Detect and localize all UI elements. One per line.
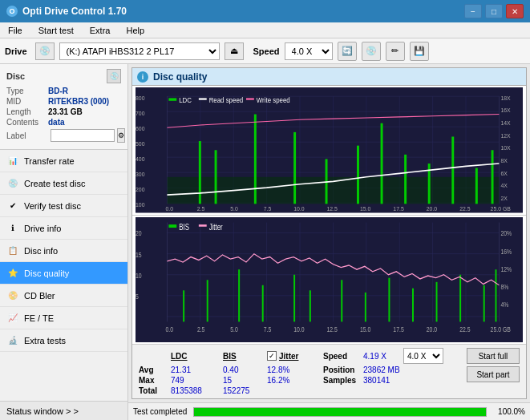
drive-icon-btn[interactable]: 💿 xyxy=(35,42,55,60)
eject-button[interactable]: ⏏ xyxy=(225,42,244,60)
total-bis: 152275 xyxy=(223,386,267,395)
sidebar-item-fe-te[interactable]: 📈 FE / TE xyxy=(0,307,127,329)
svg-text:Write speed: Write speed xyxy=(257,96,290,105)
samples-label: Samples xyxy=(323,376,363,385)
content-area: i Disc quality xyxy=(128,64,530,420)
svg-text:100: 100 xyxy=(136,200,144,208)
sidebar: Disc 💿 Type BD-R MID RITEKBR3 (000) Leng… xyxy=(0,64,128,420)
sidebar-item-label-fe-te: FE / TE xyxy=(24,313,54,323)
label-label: Label xyxy=(6,131,48,140)
svg-text:15.0: 15.0 xyxy=(360,205,370,213)
total-row-label: Total xyxy=(139,386,171,395)
sidebar-item-label-extra-tests: Extra tests xyxy=(24,336,66,345)
svg-text:15.0: 15.0 xyxy=(360,325,371,333)
avg-row-label: Avg xyxy=(139,365,171,374)
menu-start-test[interactable]: Start test xyxy=(35,24,77,37)
disc-panel-title: Disc xyxy=(6,71,25,81)
main-layout: Disc 💿 Type BD-R MID RITEKBR3 (000) Leng… xyxy=(0,64,530,420)
edit-button[interactable]: ✏ xyxy=(386,42,405,61)
app-title: Opti Drive Control 1.70 xyxy=(22,6,127,17)
svg-text:12%: 12% xyxy=(500,265,512,273)
speed-dropdown[interactable]: 4.0 X xyxy=(403,348,443,364)
start-full-button[interactable]: Start full xyxy=(467,348,520,364)
svg-text:25.0 GB: 25.0 GB xyxy=(491,205,511,213)
svg-text:25.0 GB: 25.0 GB xyxy=(491,325,511,333)
sidebar-item-disc-info[interactable]: 📋 Disc info xyxy=(0,240,127,262)
menu-extra[interactable]: Extra xyxy=(87,24,114,37)
menu-help[interactable]: Help xyxy=(123,24,148,37)
chart1-svg: LDC Read speed Write speed 800 700 600 5… xyxy=(136,87,523,213)
progress-label: Test completed xyxy=(133,407,187,416)
cd-bler-icon: 📀 xyxy=(6,289,19,302)
bis-col-header: BIS xyxy=(223,352,267,361)
max-jitter: 16.2% xyxy=(267,376,323,385)
svg-rect-93 xyxy=(412,288,414,321)
svg-text:800: 800 xyxy=(136,94,144,102)
speed-label: Speed xyxy=(253,46,280,56)
quality-header-icon: i xyxy=(137,71,148,83)
drive-select[interactable]: (K:) ATAPI iHBS312 2 PL17 xyxy=(59,42,220,60)
sidebar-item-label-disc-quality: Disc quality xyxy=(24,269,69,278)
svg-rect-26 xyxy=(357,146,359,204)
status-window-button[interactable]: Status window > > xyxy=(0,401,127,420)
fe-te-icon: 📈 xyxy=(6,312,19,325)
svg-text:8%: 8% xyxy=(500,283,508,291)
svg-text:7.5: 7.5 xyxy=(264,325,272,333)
chart2-container: BIS Jitter 20 15 10 5 20% 16% 12% 8% 4% xyxy=(132,216,526,345)
progress-percent: 100.0% xyxy=(493,407,525,416)
svg-rect-91 xyxy=(365,292,366,321)
svg-rect-30 xyxy=(451,136,454,204)
create-test-disc-icon: 💿 xyxy=(6,177,19,190)
svg-text:22.5: 22.5 xyxy=(459,325,471,333)
svg-text:10X: 10X xyxy=(500,144,510,152)
svg-text:17.5: 17.5 xyxy=(393,325,404,333)
refresh-button[interactable]: 🔄 xyxy=(338,42,357,61)
svg-rect-21 xyxy=(199,141,201,204)
label-icon-button[interactable]: ⚙ xyxy=(117,128,125,143)
progress-area: Test completed 100.0% xyxy=(128,402,530,420)
title-bar: O Opti Drive Control 1.70 − □ ✕ xyxy=(0,0,530,22)
jitter-col-header: Jitter xyxy=(279,352,323,361)
svg-text:12X: 12X xyxy=(500,131,510,139)
ldc-col-header: LDC xyxy=(171,352,223,361)
type-value: BD-R xyxy=(48,87,68,95)
jitter-checkbox[interactable]: ✓ xyxy=(267,351,277,361)
maximize-button[interactable]: □ xyxy=(485,4,503,18)
window-controls: − □ ✕ xyxy=(464,4,524,18)
sidebar-item-create-test-disc[interactable]: 💿 Create test disc xyxy=(0,172,127,195)
svg-text:Read speed: Read speed xyxy=(209,96,244,105)
svg-text:20: 20 xyxy=(136,229,142,237)
svg-text:2.5: 2.5 xyxy=(197,205,205,213)
minimize-button[interactable]: − xyxy=(464,4,482,18)
svg-rect-95 xyxy=(459,274,461,321)
sidebar-item-drive-info[interactable]: ℹ Drive info xyxy=(0,217,127,240)
save-button[interactable]: 💾 xyxy=(410,42,429,61)
progress-bar-fill xyxy=(194,408,486,416)
sidebar-item-cd-bler[interactable]: 📀 CD Bler xyxy=(0,285,127,307)
max-bis: 15 xyxy=(223,376,267,385)
speed-select[interactable]: 4.0 X xyxy=(285,42,333,60)
contents-label: Contents xyxy=(6,118,48,127)
menu-file[interactable]: File xyxy=(5,24,26,37)
svg-rect-37 xyxy=(246,98,254,99)
svg-text:0.0: 0.0 xyxy=(165,325,173,333)
speed-value-stat: 4.19 X xyxy=(363,352,403,361)
sidebar-item-transfer-rate[interactable]: 📊 Transfer rate xyxy=(0,150,127,172)
length-value: 23.31 GB xyxy=(48,107,83,116)
svg-rect-96 xyxy=(483,285,485,321)
sidebar-item-label-create-test-disc: Create test disc xyxy=(24,179,85,188)
label-input[interactable] xyxy=(51,129,115,142)
sidebar-item-extra-tests[interactable]: 🔬 Extra tests xyxy=(0,329,127,352)
sidebar-item-verify-test-disc[interactable]: ✔ Verify test disc xyxy=(0,195,127,217)
sidebar-item-label-verify-test-disc: Verify test disc xyxy=(24,201,81,211)
svg-text:10.0: 10.0 xyxy=(293,325,305,333)
svg-text:12.5: 12.5 xyxy=(327,325,338,333)
disc-panel: Disc 💿 Type BD-R MID RITEKBR3 (000) Leng… xyxy=(0,64,127,150)
svg-text:15: 15 xyxy=(136,250,142,258)
close-button[interactable]: ✕ xyxy=(506,4,524,18)
start-part-button[interactable]: Start part xyxy=(467,366,520,382)
disc-button[interactable]: 💿 xyxy=(362,42,381,61)
svg-rect-90 xyxy=(341,280,342,321)
sidebar-item-disc-quality[interactable]: ⭐ Disc quality xyxy=(0,262,127,285)
svg-rect-92 xyxy=(388,277,390,321)
